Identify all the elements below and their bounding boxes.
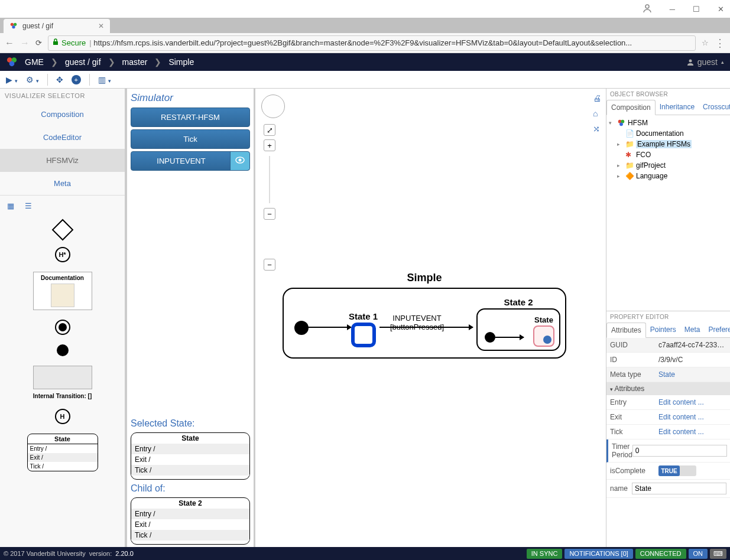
breadcrumb-item[interactable]: guest / gif (65, 57, 101, 67)
tree-item[interactable]: ▸🔶Language (617, 171, 728, 181)
footer: © 2017 Vanderbilt University version: 2.… (0, 547, 730, 560)
object-browser-panel: OBJECT BROWSER Composition Inheritance C… (606, 89, 730, 311)
input-event-button[interactable]: INPUTEVENT (131, 151, 250, 171)
palette-choice[interactable] (55, 222, 70, 237)
breadcrumb-item[interactable]: master (122, 57, 148, 67)
list-view-icon[interactable]: ☰ (25, 201, 32, 210)
reload-icon[interactable]: ⟳ (35, 38, 42, 47)
play-icon[interactable]: ▶ ▾ (6, 75, 18, 84)
palette-state[interactable]: State Entry / Exit / Tick / (27, 434, 98, 471)
gear-icon[interactable]: ⚙ ▾ (26, 75, 39, 84)
tab-crosscut[interactable]: Crosscut (699, 100, 730, 115)
tab-pointers[interactable]: Pointers (646, 323, 680, 337)
state2[interactable]: State 2 State (476, 297, 560, 351)
fullscreen-icon[interactable]: ⤢ (264, 124, 275, 136)
add-icon[interactable]: + (72, 75, 81, 84)
collapse-icon[interactable]: ▾ (609, 120, 615, 126)
forward-icon[interactable]: → (20, 38, 30, 48)
tick-button[interactable]: Tick (131, 129, 250, 149)
timer-input[interactable] (632, 445, 727, 457)
zoom-controls: ⤢ + − − (264, 124, 275, 271)
svg-point-8 (689, 60, 692, 63)
keyboard-icon[interactable]: ⌨ (710, 549, 726, 559)
notifications-badge[interactable]: NOTIFICATIONS [0] (564, 549, 632, 559)
browser-tab[interactable]: guest / gif ✕ (4, 19, 110, 33)
back-icon[interactable]: ← (5, 38, 14, 48)
connected-badge[interactable]: CONNECTED (635, 549, 686, 559)
palette-shallow-history[interactable]: H (55, 409, 70, 424)
palette-history[interactable]: H* (55, 247, 70, 262)
restart-hfsm-button[interactable]: RESTART-HFSM (131, 108, 250, 127)
tab-preferences[interactable]: Preferences (704, 323, 730, 337)
breadcrumb: ❯ guest / gif ❯ master ❯ Simple (51, 57, 194, 67)
tab-attributes[interactable]: Attributes (606, 323, 646, 338)
palette-documentation[interactable]: Documentation (33, 272, 92, 310)
tab-meta[interactable]: Meta (680, 323, 705, 337)
zoom-out-icon[interactable]: − (264, 208, 275, 220)
on-badge[interactable]: ON (689, 549, 708, 559)
inner-state[interactable]: State (533, 315, 554, 347)
prop-attr-timer[interactable]: Timer Period (606, 439, 730, 463)
visualizer-item-codeeditor[interactable]: CodeEditor (0, 126, 125, 149)
copyright: © 2017 Vanderbilt University (4, 550, 86, 557)
app-logo-icon (6, 56, 18, 69)
doc-icon: 📄 (625, 129, 634, 138)
zoom-reset-icon[interactable]: − (264, 259, 275, 271)
zoom-slider[interactable] (269, 156, 270, 203)
tree-item[interactable]: ▸📁Example HFSMs (617, 139, 728, 149)
home-icon[interactable]: ⌂ (593, 109, 601, 118)
expand-icon[interactable]: ▸ (617, 162, 623, 168)
separator (89, 74, 90, 86)
url-text: https://hfsm.rcps.isis.vanderbilt.edu/?p… (93, 38, 632, 47)
expand-icon[interactable]: ▸ (617, 173, 623, 179)
tree-item[interactable]: ▸📁gifProject (617, 160, 728, 171)
prop-attr-name[interactable]: name (606, 480, 730, 498)
iscomplete-toggle[interactable]: TRUE (658, 465, 696, 476)
initial-state-icon[interactable] (294, 321, 309, 335)
palette-region[interactable]: Internal Transition: [] (33, 366, 92, 399)
zoom-in-icon[interactable]: + (264, 139, 275, 151)
name-input[interactable] (632, 483, 726, 494)
shuffle-icon[interactable]: ⤭ (593, 124, 601, 134)
visualizer-item-composition[interactable]: Composition (0, 103, 125, 126)
tab-inheritance[interactable]: Inheritance (656, 100, 699, 115)
tree-item[interactable]: ✱FCO (617, 149, 728, 160)
attributes-section-header[interactable]: Attributes (606, 382, 730, 395)
svg-rect-4 (53, 41, 58, 45)
property-tabs: Attributes Pointers Meta Preferences (606, 323, 730, 338)
child-of-label: Child of: (127, 482, 254, 495)
tree-item[interactable]: 📄Documentation (617, 128, 728, 139)
layout-icon[interactable]: ▥ ▾ (98, 75, 111, 84)
palette-final[interactable] (57, 344, 69, 356)
canvas[interactable]: ⤢ + − − 🖨 ⌂ ⤭ Simple State 1 (255, 89, 606, 547)
initial-state-icon[interactable] (485, 332, 495, 343)
visualizer-item-hfsmviz[interactable]: HFSMViz (0, 149, 125, 172)
prop-attr-entry[interactable]: EntryEdit content ... (606, 395, 730, 410)
close-icon[interactable]: ✕ (718, 5, 724, 14)
address-bar: ← → ⟳ Secure | https://hfsm.rcps.isis.va… (0, 33, 730, 53)
maximize-icon[interactable]: ☐ (693, 5, 700, 14)
palette-initial[interactable] (55, 320, 70, 335)
prop-attr-iscomplete[interactable]: isCompleteTRUE (606, 463, 730, 480)
prop-attr-exit[interactable]: ExitEdit content ... (606, 410, 730, 425)
minimize-icon[interactable]: ─ (670, 5, 675, 14)
expand-icon[interactable]: ▸ (617, 141, 623, 147)
browser-menu-icon[interactable]: ⋮ (715, 37, 725, 50)
state1[interactable]: State 1 (349, 311, 378, 347)
sync-badge[interactable]: IN SYNC (527, 549, 563, 559)
diagram-simple-box[interactable]: State 1 INPUTEVENT [buttonPressed] State… (283, 288, 566, 359)
move-icon[interactable]: ✥ (56, 75, 63, 84)
eye-icon[interactable] (230, 152, 249, 170)
prop-attr-tick[interactable]: TickEdit content ... (606, 425, 730, 439)
tab-close-icon[interactable]: ✕ (98, 22, 104, 30)
tab-composition[interactable]: Composition (606, 100, 656, 115)
tree-root[interactable]: ▾ HFSM (609, 118, 728, 128)
print-icon[interactable]: 🖨 (593, 93, 601, 103)
bookmark-icon[interactable]: ☆ (702, 38, 709, 47)
pan-control[interactable] (261, 95, 285, 118)
visualizer-item-meta[interactable]: Meta (0, 172, 125, 195)
user-menu[interactable]: guest ▴ (687, 57, 724, 67)
address-field[interactable]: Secure | https://hfsm.rcps.isis.vanderbi… (48, 35, 696, 51)
breadcrumb-item[interactable]: Simple (168, 57, 194, 67)
grid-view-icon[interactable]: ▦ (7, 201, 14, 210)
